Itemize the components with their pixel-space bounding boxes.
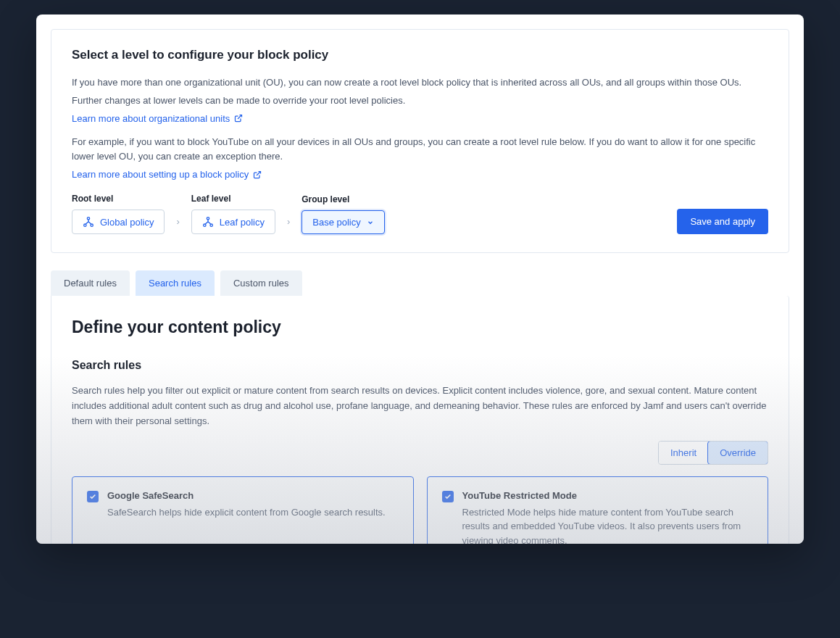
hierarchy-icon bbox=[83, 216, 94, 228]
link-label: Learn more about setting up a block poli… bbox=[72, 169, 249, 180]
intro-paragraph-1: If you have more than one organizational… bbox=[72, 75, 768, 125]
leaf-level-col: Leaf level Leaf policy bbox=[191, 194, 275, 234]
inherit-button[interactable]: Inherit bbox=[659, 442, 708, 464]
external-link-icon bbox=[253, 170, 262, 179]
leaf-level-label: Leaf level bbox=[191, 194, 275, 204]
rule-title: YouTube Restricted Mode bbox=[462, 490, 754, 501]
level-config-card: Select a level to configure your block p… bbox=[51, 29, 789, 253]
override-button[interactable]: Override bbox=[707, 441, 768, 465]
root-level-label: Root level bbox=[72, 194, 165, 204]
rules-grid: Google SafeSearch SafeSearch helps hide … bbox=[72, 476, 768, 544]
youtube-restricted-card: YouTube Restricted Mode Restricted Mode … bbox=[427, 476, 769, 544]
rule-title: Google SafeSearch bbox=[107, 490, 399, 501]
svg-line-1 bbox=[257, 171, 261, 175]
external-link-icon bbox=[234, 114, 243, 123]
link-label: Learn more about organizational units bbox=[72, 113, 230, 124]
intro-text: Further changes at lower levels can be m… bbox=[72, 94, 768, 109]
inherit-override-segment: Inherit Override bbox=[658, 441, 768, 465]
group-level-label: Group level bbox=[302, 194, 384, 204]
svg-point-4 bbox=[91, 224, 93, 226]
hierarchy-icon bbox=[202, 216, 214, 228]
section-title: Search rules bbox=[72, 359, 768, 372]
tab-search-rules[interactable]: Search rules bbox=[136, 270, 215, 296]
safesearch-checkbox[interactable] bbox=[87, 491, 99, 502]
svg-point-6 bbox=[203, 224, 205, 226]
chevron-right-icon: › bbox=[176, 216, 179, 234]
rule-description: Restricted Mode helps hide mature conten… bbox=[462, 505, 754, 544]
inherit-override-row: Inherit Override bbox=[72, 441, 768, 465]
button-label: Base policy bbox=[312, 217, 360, 228]
global-policy-button[interactable]: Global policy bbox=[72, 210, 165, 234]
tab-default-rules[interactable]: Default rules bbox=[51, 270, 130, 296]
learn-more-block-policy-link[interactable]: Learn more about setting up a block poli… bbox=[72, 169, 262, 180]
svg-point-2 bbox=[87, 218, 89, 220]
section-description: Search rules help you filter out explici… bbox=[72, 384, 768, 428]
button-label: Leaf policy bbox=[220, 217, 265, 228]
check-icon bbox=[444, 493, 452, 500]
save-and-apply-button[interactable]: Save and apply bbox=[677, 209, 768, 234]
learn-more-ou-link[interactable]: Learn more about organizational units bbox=[72, 113, 243, 124]
svg-point-5 bbox=[207, 218, 209, 220]
svg-line-0 bbox=[238, 115, 242, 120]
base-policy-button[interactable]: Base policy bbox=[302, 210, 384, 234]
leaf-policy-button[interactable]: Leaf policy bbox=[191, 210, 275, 234]
panel-title: Define your content policy bbox=[72, 318, 768, 337]
chevron-right-icon: › bbox=[287, 216, 290, 234]
content-policy-panel: Define your content policy Search rules … bbox=[51, 296, 789, 544]
youtube-restricted-checkbox[interactable] bbox=[442, 491, 454, 502]
settings-window: Select a level to configure your block p… bbox=[36, 14, 804, 544]
google-safesearch-card: Google SafeSearch SafeSearch helps hide … bbox=[72, 476, 414, 544]
group-level-col: Group level Base policy bbox=[302, 194, 384, 234]
card-title: Select a level to configure your block p… bbox=[72, 48, 768, 62]
svg-point-3 bbox=[84, 224, 86, 226]
check-icon bbox=[89, 493, 96, 500]
chevron-down-icon bbox=[367, 219, 374, 226]
root-level-col: Root level Global policy bbox=[72, 194, 165, 234]
button-label: Global policy bbox=[100, 217, 154, 228]
svg-point-7 bbox=[210, 224, 212, 226]
rule-description: SafeSearch helps hide explicit content f… bbox=[107, 505, 399, 520]
intro-text: If you have more than one organizational… bbox=[72, 75, 768, 91]
levels-breadcrumb: Root level Global policy › Leaf level Le… bbox=[72, 194, 768, 234]
tab-custom-rules[interactable]: Custom rules bbox=[220, 270, 302, 296]
example-text: For example, if you want to block YouTub… bbox=[72, 135, 768, 165]
intro-paragraph-2: For example, if you want to block YouTub… bbox=[72, 135, 768, 181]
rules-tabs: Default rules Search rules Custom rules bbox=[36, 270, 804, 296]
